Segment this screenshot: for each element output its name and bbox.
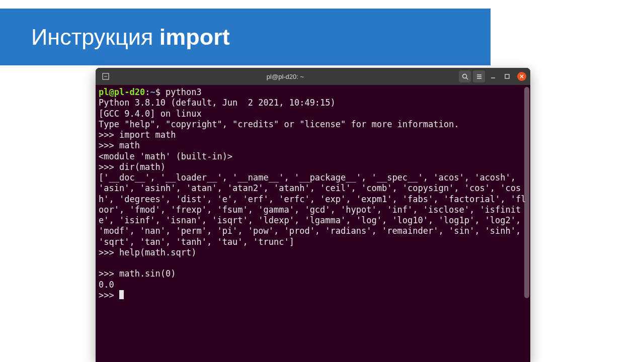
terminal-prompt-final: >>> (99, 290, 119, 300)
minimize-button[interactable] (487, 70, 499, 82)
titlebar-left (100, 70, 112, 82)
prompt-path: ~ (150, 87, 155, 97)
shell-command: python3 (166, 87, 202, 97)
terminal-line: >>> help(math.sqrt) (99, 247, 196, 257)
titlebar-right (459, 70, 526, 82)
menu-button[interactable] (473, 70, 485, 82)
svg-point-2 (462, 74, 466, 78)
scrollbar[interactable] (524, 87, 529, 298)
new-tab-button[interactable] (100, 70, 112, 82)
svg-rect-8 (505, 74, 509, 78)
terminal-line: >>> math (99, 140, 140, 150)
prompt-sep: : (145, 87, 150, 97)
cursor (119, 290, 124, 299)
search-button[interactable] (459, 70, 471, 82)
terminal-body[interactable]: pl@pl-d20:~$ python3 Python 3.8.10 (defa… (96, 85, 530, 362)
slide-title-prefix: Инструкция (31, 24, 159, 50)
slide-title: Инструкция import (31, 24, 230, 50)
terminal-line: >>> import math (99, 130, 176, 140)
terminal-line: <module 'math' (built-in)> (99, 151, 232, 161)
svg-line-3 (466, 77, 468, 79)
terminal-window: pl@pl-d20: ~ pl@pl-d20:~$ python3 Python… (96, 68, 530, 362)
maximize-button[interactable] (501, 70, 513, 82)
terminal-line: Python 3.8.10 (default, Jun 2 2021, 10:4… (99, 98, 336, 108)
window-titlebar: pl@pl-d20: ~ (96, 68, 530, 85)
prompt-dollar: $ (155, 87, 166, 97)
close-button[interactable] (517, 72, 526, 81)
terminal-line: 0.0 (99, 280, 114, 290)
window-title: pl@pl-d20: ~ (115, 73, 456, 80)
terminal-output: ['__doc__', '__loader__', '__name__', '_… (99, 172, 526, 247)
terminal-line: >>> dir(math) (99, 162, 166, 172)
terminal-line: >>> math.sin(0) (99, 268, 176, 279)
prompt-user: pl@pl-d20 (99, 87, 145, 97)
terminal-line: Type "help", "copyright", "credits" or "… (99, 119, 459, 129)
slide-header: Инструкция import (0, 9, 491, 65)
slide-title-strong: import (159, 24, 230, 50)
terminal-line: [GCC 9.4.0] on linux (99, 109, 202, 119)
